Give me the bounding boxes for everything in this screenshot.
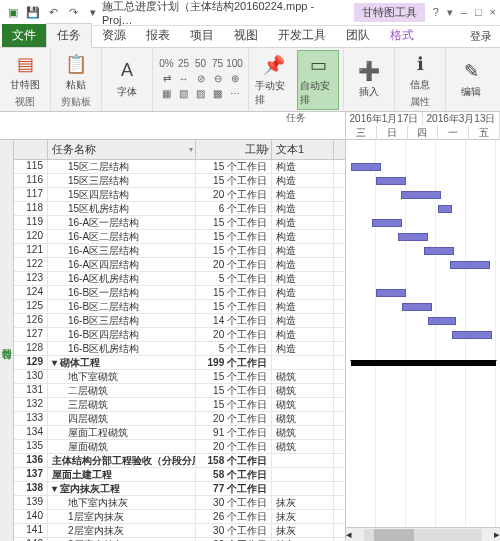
auto-schedule-button[interactable]: ▭自动安排 xyxy=(297,50,339,110)
help-icon[interactable]: ? xyxy=(433,6,439,19)
table-row[interactable]: 12616-B区三层结构14 个工作日构造 xyxy=(14,314,345,328)
table-row[interactable]: 11515区二层结构15 个工作日构造 xyxy=(14,160,345,174)
table-row[interactable]: 130地下室砌筑15 个工作日砌筑 xyxy=(14,370,345,384)
save-icon[interactable]: 💾 xyxy=(24,4,42,22)
timeline-header: 2016年1月17日2016年3月13日 三日四一五 xyxy=(0,112,500,140)
table-row[interactable]: 132三层砌筑15 个工作日砌筑 xyxy=(14,398,345,412)
table-row[interactable]: 12316-A区机房结构5 个工作日构造 xyxy=(14,272,345,286)
gantt-bar[interactable] xyxy=(450,261,490,269)
minimize-icon[interactable]: – xyxy=(461,6,467,19)
font-button[interactable]: A字体 xyxy=(106,57,148,101)
gantt-bar[interactable] xyxy=(376,289,406,297)
tab-view[interactable]: 视图 xyxy=(224,24,268,47)
chevron-down-icon[interactable]: ▾ xyxy=(189,145,193,154)
table-row[interactable]: 129▾ 砌体工程199 个工作日 xyxy=(14,356,345,370)
table-row[interactable]: 12416-B区一层结构15 个工作日构造 xyxy=(14,286,345,300)
edit-button[interactable]: ✎编辑 xyxy=(450,57,492,101)
table-row[interactable]: 1401层室内抹灰26 个工作日抹灰 xyxy=(14,510,345,524)
table-row[interactable]: 11615区三层结构15 个工作日构造 xyxy=(14,174,345,188)
table-row[interactable]: 138▾ 室内抹灰工程77 个工作日 xyxy=(14,482,345,496)
table-header: 任务名称▾ 工期▾ 文本1 xyxy=(14,140,345,160)
col-duration[interactable]: 工期▾ xyxy=(196,140,272,159)
side-label[interactable]: 甘特图 xyxy=(0,140,14,541)
tab-file[interactable]: 文件 xyxy=(2,24,46,47)
group-schedule-mini: 0%255075100 ⇄↔⊘⊖⊕ ▦▧▨▩⋯ xyxy=(153,48,249,111)
manual-icon: 📌 xyxy=(262,53,286,77)
qa-dropdown-icon[interactable]: ▾ xyxy=(84,4,102,22)
tab-task[interactable]: 任务 xyxy=(46,23,92,48)
group-info: ℹ信息 属性 xyxy=(395,48,446,111)
table-body: 11515区二层结构15 个工作日构造11615区三层结构15 个工作日构造11… xyxy=(14,160,345,541)
table-row[interactable]: 11815区机房结构6 个工作日构造 xyxy=(14,202,345,216)
col-name[interactable]: 任务名称▾ xyxy=(48,140,196,159)
gantt-chart[interactable]: ◂ ▸ xyxy=(346,140,500,541)
gantt-bar[interactable] xyxy=(424,247,454,255)
group-view-label: 视图 xyxy=(15,94,35,110)
scroll-right-icon[interactable]: ▸ xyxy=(494,528,500,541)
table-row[interactable]: 12516-B区二层结构15 个工作日构造 xyxy=(14,300,345,314)
scroll-track[interactable] xyxy=(364,529,482,541)
gantt-summary-bar[interactable] xyxy=(351,360,496,366)
tab-format[interactable]: 格式 xyxy=(380,24,424,47)
table-row[interactable]: 11715区四层结构20 个工作日构造 xyxy=(14,188,345,202)
tab-project[interactable]: 项目 xyxy=(180,24,224,47)
info-button[interactable]: ℹ信息 xyxy=(399,50,441,94)
document-title: 施工总进度计划（主体结构20160224.mpp - Proj… xyxy=(102,0,348,26)
gantt-view-button[interactable]: ▤甘特图 xyxy=(4,50,46,94)
undo-icon[interactable]: ↶ xyxy=(44,4,62,22)
table-row[interactable]: 12116-A区三层结构15 个工作日构造 xyxy=(14,244,345,258)
schedule-mini-grid[interactable]: 0%255075100 ⇄↔⊘⊖⊕ ▦▧▨▩⋯ xyxy=(159,57,243,101)
table-row[interactable]: 134屋面工程砌筑91 个工作日砌筑 xyxy=(14,426,345,440)
table-row[interactable]: 131二层砌筑15 个工作日砌筑 xyxy=(14,384,345,398)
timeline-days: 三日四一五 xyxy=(346,126,500,140)
table-row[interactable]: 133四层砌筑20 个工作日砌筑 xyxy=(14,412,345,426)
close-icon[interactable]: × xyxy=(490,6,496,19)
gantt-bar[interactable] xyxy=(351,163,381,171)
app-icon[interactable]: ▣ xyxy=(4,4,22,22)
col-text1[interactable]: 文本1 xyxy=(272,140,334,159)
tab-team[interactable]: 团队 xyxy=(336,24,380,47)
ribbon: ▤甘特图 视图 📋粘贴 剪贴板 A字体 0%255075100 ⇄↔⊘⊖⊕ ▦▧… xyxy=(0,48,500,112)
table-row[interactable]: 12716-B区四层结构20 个工作日构造 xyxy=(14,328,345,342)
table-row[interactable]: 12216-A区四层结构20 个工作日构造 xyxy=(14,258,345,272)
table-row[interactable]: 136主体结构分部工程验收（分段分层）158 个工作日 xyxy=(14,454,345,468)
paste-button[interactable]: 📋粘贴 xyxy=(55,50,97,94)
window-controls: ? ▾ – □ × xyxy=(433,6,496,19)
manual-schedule-button[interactable]: 📌手动安排 xyxy=(253,51,295,109)
quick-access: ▣ 💾 ↶ ↷ ▾ xyxy=(4,4,102,22)
scroll-left-icon[interactable]: ◂ xyxy=(346,528,352,541)
group-info-label: 属性 xyxy=(410,94,430,110)
table-row[interactable]: 12016-A区二层结构15 个工作日构造 xyxy=(14,230,345,244)
table-row[interactable]: 135屋面砌筑20 个工作日砌筑 xyxy=(14,440,345,454)
contextual-tool-label: 甘特图工具 xyxy=(354,3,425,22)
gantt-scrollbar[interactable]: ◂ ▸ xyxy=(346,527,500,541)
redo-icon[interactable]: ↷ xyxy=(64,4,82,22)
gantt-bar[interactable] xyxy=(401,191,441,199)
table-row[interactable]: 1412层室内抹灰30 个工作日抹灰 xyxy=(14,524,345,538)
group-view: ▤甘特图 视图 xyxy=(0,48,51,111)
chevron-down-icon[interactable]: ▾ xyxy=(265,145,269,154)
table-row[interactable]: 137屋面土建工程58 个工作日 xyxy=(14,468,345,482)
login-link[interactable]: 登录 xyxy=(462,26,500,47)
tab-resource[interactable]: 资源 xyxy=(92,24,136,47)
maximize-icon[interactable]: □ xyxy=(475,6,482,19)
scroll-thumb[interactable] xyxy=(374,529,414,541)
tab-dev[interactable]: 开发工具 xyxy=(268,24,336,47)
table-row[interactable]: 139地下室内抹灰30 个工作日抹灰 xyxy=(14,496,345,510)
insert-button[interactable]: ➕插入 xyxy=(348,57,390,101)
info-icon: ℹ xyxy=(408,52,432,76)
col-id[interactable] xyxy=(14,140,48,159)
gantt-bar[interactable] xyxy=(372,219,402,227)
insert-icon: ➕ xyxy=(357,59,381,83)
gantt-bar[interactable] xyxy=(452,331,492,339)
gantt-bar[interactable] xyxy=(376,177,406,185)
gantt-bar[interactable] xyxy=(428,317,456,325)
gantt-bar[interactable] xyxy=(438,205,452,213)
table-row[interactable]: 12816-B区机房结构5 个工作日构造 xyxy=(14,342,345,356)
table-row[interactable]: 11916-A区一层结构15 个工作日构造 xyxy=(14,216,345,230)
edit-icon: ✎ xyxy=(459,59,483,83)
gantt-bar[interactable] xyxy=(398,233,428,241)
gantt-bar[interactable] xyxy=(402,303,432,311)
ribbon-opts-icon[interactable]: ▾ xyxy=(447,6,453,19)
tab-report[interactable]: 报表 xyxy=(136,24,180,47)
